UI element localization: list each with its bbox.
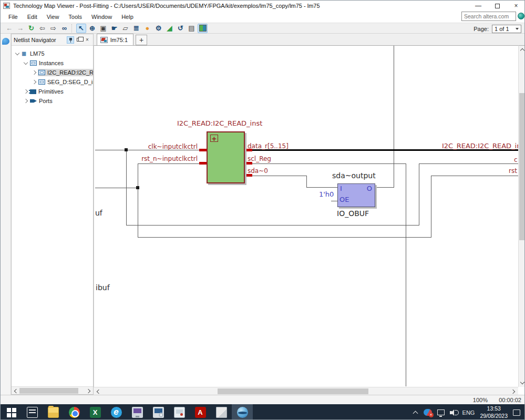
close-button[interactable]: × xyxy=(507,1,525,11)
hierarchy-list-button[interactable]: ≣ xyxy=(131,24,141,33)
onedrive-error-icon[interactable] xyxy=(424,409,432,416)
globe-icon[interactable] xyxy=(518,13,524,19)
birdseye-view-button[interactable] xyxy=(198,24,208,33)
back-button[interactable]: ← xyxy=(4,24,14,33)
chevron-right-icon[interactable] xyxy=(23,99,28,104)
menu-window[interactable]: Window xyxy=(87,12,117,22)
expand-plus-icon[interactable]: + xyxy=(210,135,218,142)
minimize-button[interactable]: — xyxy=(469,1,488,11)
navigator-hscrollbar[interactable] xyxy=(12,386,93,394)
taskbar-internet-explorer-button[interactable]: e xyxy=(106,404,127,420)
tree-item-body[interactable]: ≣LM75 xyxy=(21,50,46,57)
clock[interactable]: 13:53 29/08/2023 xyxy=(480,405,508,419)
notifications-icon[interactable] xyxy=(513,409,520,416)
network-icon[interactable] xyxy=(437,409,445,415)
new-tab-button[interactable]: + xyxy=(136,35,147,45)
selection-tool-button[interactable]: ↖ xyxy=(76,24,86,33)
schematic-canvas[interactable]: + I2C_READ:I2C_READ_inst clk~inputclkctr… xyxy=(94,45,518,387)
instance-icon xyxy=(38,79,45,85)
taskbar-quartus-button[interactable] xyxy=(232,404,253,420)
io-obuf-block[interactable]: I O OE xyxy=(337,183,375,207)
float-button[interactable] xyxy=(75,36,83,44)
tree-item-seg-d-seg-d-inst[interactable]: SEG_D:SEG_D_inst xyxy=(12,77,93,87)
taskbar-excel-button[interactable]: X xyxy=(85,404,106,420)
next-page-button[interactable]: ⇨ xyxy=(48,24,58,33)
restore-button[interactable] xyxy=(488,1,507,11)
scroll-up-icon[interactable] xyxy=(520,47,524,52)
menu-view[interactable]: View xyxy=(42,12,64,22)
taskbar-task-view-button[interactable] xyxy=(22,404,43,420)
i2c-read-block[interactable]: + xyxy=(207,131,245,183)
taskbar-media-app-button[interactable] xyxy=(148,404,169,420)
canvas-vscrollbar[interactable] xyxy=(518,45,525,387)
back-icon: ← xyxy=(6,25,13,32)
tree-item-instances[interactable]: Instances xyxy=(12,58,93,68)
forward-button[interactable]: → xyxy=(15,24,25,33)
tree-item-i2c-read-i2c-read-[interactable]: I2C_READ:I2C_READ_ xyxy=(12,68,93,77)
scroll-right-icon[interactable] xyxy=(87,388,91,393)
scroll-down-icon[interactable] xyxy=(520,381,524,385)
refresh-netlist-button[interactable]: ↺ xyxy=(176,24,186,33)
viewer-settings-button[interactable]: ⚙ xyxy=(153,24,163,33)
scroll-right-icon[interactable] xyxy=(511,389,516,394)
menu-tools[interactable]: Tools xyxy=(64,12,87,22)
netlist-fin-button[interactable]: ◢ xyxy=(164,24,174,33)
tree-item-ports[interactable]: Ports xyxy=(12,96,93,106)
menu-help[interactable]: Help xyxy=(117,12,138,22)
scroll-left-icon[interactable] xyxy=(96,389,100,394)
export-image-button[interactable]: ▤ xyxy=(187,24,197,33)
close-panel-button[interactable]: × xyxy=(84,36,91,44)
fit-view-button[interactable]: ▣ xyxy=(98,24,108,33)
hand-tool-button[interactable]: ☛ xyxy=(109,24,119,33)
volume-icon[interactable] xyxy=(450,409,457,416)
page-dropdown[interactable]: 1 of 1 xyxy=(492,25,521,33)
tree-item-body[interactable]: SEG_D:SEG_D_inst xyxy=(38,78,93,86)
menu-file[interactable]: File xyxy=(4,12,23,22)
canvas-hscrollbar[interactable] xyxy=(94,387,518,395)
tab-bar: lm75:1 + xyxy=(94,34,525,45)
tab-lm75[interactable]: lm75:1 xyxy=(97,34,133,45)
tree-item-label: SEG_D:SEG_D_inst xyxy=(47,79,93,85)
area-select-tool-button[interactable]: ▱ xyxy=(120,24,130,33)
panel-header: Netlist Navigator × xyxy=(12,34,93,46)
chevron-right-icon[interactable] xyxy=(32,70,36,75)
language-indicator[interactable]: ENG xyxy=(462,409,475,416)
pin-button[interactable] xyxy=(67,36,74,44)
chevron-down-icon[interactable] xyxy=(23,61,28,66)
taskbar-chrome-button[interactable] xyxy=(64,404,85,420)
chevron-right-icon[interactable] xyxy=(32,80,36,85)
tree-item-lm75[interactable]: ≣LM75 xyxy=(12,49,93,58)
chevron-down-icon[interactable] xyxy=(15,52,19,56)
zoom-tool-button[interactable]: ⊕ xyxy=(87,24,97,33)
taskbar-acrobat-button[interactable]: A xyxy=(190,404,211,420)
find-button[interactable]: ∞ xyxy=(59,24,69,33)
messages-bubble-icon[interactable] xyxy=(2,38,9,45)
acrobat-icon: A xyxy=(195,407,206,418)
previous-page-button[interactable]: ⇦ xyxy=(37,24,47,33)
tree-item-primitives[interactable]: Primitives xyxy=(12,87,93,96)
scrollbar-thumb[interactable] xyxy=(519,93,525,240)
chevron-right-icon[interactable] xyxy=(23,89,28,94)
tree-item-body[interactable]: Ports xyxy=(29,97,54,105)
edge-label-rst: rst xyxy=(509,167,517,175)
page-label: Page: xyxy=(473,26,489,32)
tree-item-body[interactable]: I2C_READ:I2C_READ_ xyxy=(38,69,93,76)
taskbar-notes-app-button[interactable] xyxy=(211,404,232,420)
wire xyxy=(331,201,337,201)
taskbar-start-button[interactable] xyxy=(1,404,22,420)
scrollbar-thumb[interactable] xyxy=(19,388,78,394)
pin-rst-stub[interactable] xyxy=(199,162,207,165)
tree-item-body[interactable]: Primitives xyxy=(29,88,65,95)
menu-edit[interactable]: Edit xyxy=(23,12,42,22)
color-settings-button[interactable]: ● xyxy=(142,24,152,33)
tray-chevron-up-icon[interactable] xyxy=(413,410,418,415)
tree-item-body[interactable]: Instances xyxy=(29,59,65,67)
search-input[interactable] xyxy=(462,13,516,19)
taskbar-file-explorer-button[interactable] xyxy=(43,404,64,420)
taskbar-remote-desktop-button[interactable] xyxy=(127,404,148,420)
scrollbar-thumb[interactable] xyxy=(218,388,368,394)
taskbar-projector-app-button[interactable] xyxy=(169,404,190,420)
scroll-left-icon[interactable] xyxy=(13,388,18,393)
pin-clk-stub[interactable] xyxy=(199,149,207,151)
refresh-viewer-button[interactable]: ↻ xyxy=(26,24,36,33)
